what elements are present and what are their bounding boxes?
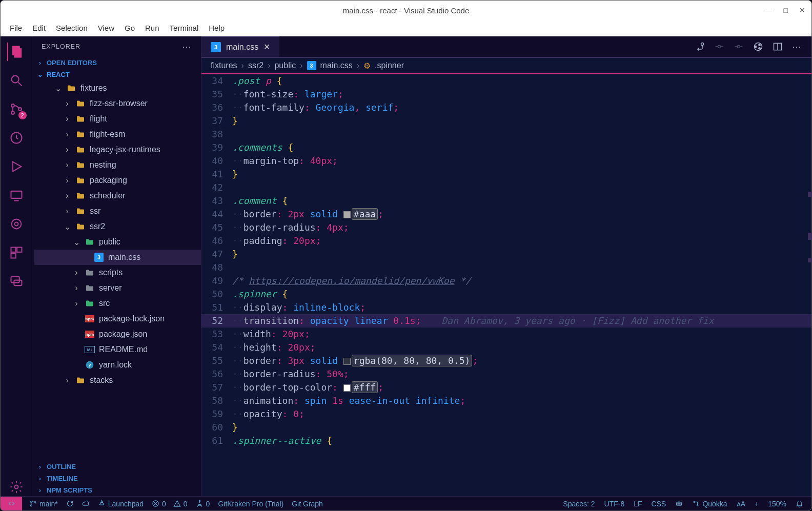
code-line[interactable]: 51··display: inline-block; xyxy=(201,301,811,314)
code-line[interactable]: 52··transition: opacity linear 0.1s;Dan … xyxy=(201,314,811,328)
status-gitgraph[interactable]: Git Graph xyxy=(292,500,323,508)
code-line[interactable]: 43.comment { xyxy=(201,194,811,208)
folder-item[interactable]: ›stacks xyxy=(34,373,201,388)
tab-close-icon[interactable]: ✕ xyxy=(263,42,270,52)
folder-item[interactable]: ⌄public xyxy=(34,234,201,250)
file-item[interactable]: M↓README.md xyxy=(34,342,201,357)
breadcrumb-item[interactable]: ssr2 xyxy=(248,61,263,70)
minimap[interactable] xyxy=(805,38,812,371)
folder-item[interactable]: ›src xyxy=(34,296,201,311)
explorer-icon[interactable] xyxy=(7,43,26,61)
remote-button[interactable] xyxy=(1,497,22,510)
code-line[interactable]: 57··border-top-color: #fff; xyxy=(201,381,811,394)
maximize-button[interactable]: □ xyxy=(784,6,788,14)
status-spaces[interactable]: Spaces: 2 xyxy=(563,500,595,508)
code-line[interactable]: 41} xyxy=(201,168,811,181)
folder-item[interactable]: ›packaging xyxy=(34,173,201,188)
code-line[interactable]: 53··width: 20px; xyxy=(201,328,811,341)
close-button[interactable]: ✕ xyxy=(799,6,805,14)
root-section[interactable]: ⌄REACT xyxy=(32,69,201,80)
code-line[interactable]: 42 xyxy=(201,181,811,194)
status-zoom[interactable]: 150% xyxy=(768,500,786,508)
status-branch[interactable]: main* xyxy=(29,500,58,508)
file-item[interactable]: npmpackage-lock.json xyxy=(34,311,201,326)
code-line[interactable]: 61.spinner--active { xyxy=(201,434,811,447)
code-line[interactable]: 44··border: 2px solid #aaa; xyxy=(201,208,811,221)
code-line[interactable]: 46··padding: 20px; xyxy=(201,234,811,248)
folder-item[interactable]: ›nesting xyxy=(34,157,201,173)
code-line[interactable]: 58··animation: spin 1s ease-in-out infin… xyxy=(201,394,811,407)
folder-item[interactable]: ›ssr xyxy=(34,203,201,219)
explorer-more-icon[interactable]: ⋯ xyxy=(182,41,192,52)
extensions-icon[interactable] xyxy=(7,243,26,262)
folder-item[interactable]: ⌄fixtures xyxy=(34,80,201,96)
status-copilot-icon[interactable] xyxy=(675,500,683,507)
code-line[interactable]: 38 xyxy=(201,128,811,141)
folder-item[interactable]: ›flight-esm xyxy=(34,127,201,142)
menu-file[interactable]: File xyxy=(5,22,27,34)
menu-go[interactable]: Go xyxy=(119,22,140,34)
code-line[interactable]: 36··font-family: Georgia, serif; xyxy=(201,101,811,114)
npm-scripts-section[interactable]: ›NPM SCRIPTS xyxy=(32,484,201,496)
tab-main-css[interactable]: 3 main.css ✕ xyxy=(201,36,279,57)
file-item[interactable]: yyarn.lock xyxy=(34,357,201,373)
breadcrumb-item[interactable]: fixtures xyxy=(211,61,237,70)
menu-terminal[interactable]: Terminal xyxy=(165,22,204,34)
status-quokka[interactable]: Quokka xyxy=(692,500,727,508)
timeline-ext-icon[interactable] xyxy=(7,129,26,147)
status-problems[interactable]: 0 0 xyxy=(152,500,187,508)
commit-next-icon[interactable] xyxy=(734,42,744,52)
status-encoding[interactable]: UTF-8 xyxy=(604,500,625,508)
split-editor-icon[interactable] xyxy=(773,42,783,52)
chat-icon[interactable] xyxy=(7,272,26,291)
status-bell-icon[interactable] xyxy=(796,500,803,507)
menu-help[interactable]: Help xyxy=(204,22,230,34)
open-editors-section[interactable]: ›OPEN EDITORS xyxy=(32,57,201,69)
settings-icon[interactable] xyxy=(7,478,26,496)
status-plus[interactable]: + xyxy=(755,500,759,508)
code-line[interactable]: 37} xyxy=(201,114,811,128)
timeline-section[interactable]: ›TIMELINE xyxy=(32,473,201,484)
file-item[interactable]: npmpackage.json xyxy=(34,326,201,342)
code-line[interactable]: 50.spinner { xyxy=(201,288,811,301)
editor-more-icon[interactable]: ⋯ xyxy=(792,41,801,52)
status-eol[interactable]: LF xyxy=(634,500,642,508)
folder-item[interactable]: ⌄ssr2 xyxy=(34,219,201,234)
code-line[interactable]: 47} xyxy=(201,248,811,261)
code-line[interactable]: 40··margin-top: 40px; xyxy=(201,154,811,168)
scm-icon[interactable]: 2 xyxy=(7,100,26,118)
menu-run[interactable]: Run xyxy=(140,22,165,34)
menu-view[interactable]: View xyxy=(93,22,119,34)
status-launchpad[interactable]: Launchpad xyxy=(98,500,144,508)
code-line[interactable]: 48 xyxy=(201,261,811,274)
search-icon[interactable] xyxy=(7,71,26,90)
code-line[interactable]: 59··opacity: 0; xyxy=(201,407,811,421)
folder-item[interactable]: ›server xyxy=(34,280,201,296)
status-sync[interactable] xyxy=(66,500,74,507)
menu-selection[interactable]: Selection xyxy=(51,22,93,34)
code-line[interactable]: 54··height: 20px; xyxy=(201,341,811,354)
status-lang[interactable]: CSS xyxy=(652,500,666,508)
status-ports[interactable]: 0 xyxy=(196,500,210,508)
gitlens-icon[interactable] xyxy=(7,215,26,233)
debug-icon[interactable] xyxy=(7,157,26,176)
minimize-button[interactable]: — xyxy=(765,6,773,14)
git-compare-left-icon[interactable] xyxy=(695,42,705,52)
code-line[interactable]: 60} xyxy=(201,421,811,434)
git-graph-icon[interactable] xyxy=(753,42,763,52)
file-item[interactable]: 3main.css xyxy=(34,250,201,265)
code-line[interactable]: 39.comments { xyxy=(201,141,811,154)
remote-explorer-icon[interactable] xyxy=(7,186,26,205)
menu-edit[interactable]: Edit xyxy=(27,22,51,34)
code-line[interactable]: 34.post p { xyxy=(201,74,811,88)
breadcrumb-item[interactable]: main.css xyxy=(320,61,353,70)
folder-item[interactable]: ›scheduler xyxy=(34,188,201,203)
folder-item[interactable]: ›flight xyxy=(34,111,201,127)
code-line[interactable]: 56··border-radius: 50%; xyxy=(201,367,811,381)
commit-prev-icon[interactable] xyxy=(714,42,724,52)
code-line[interactable]: 45··border-radius: 4px; xyxy=(201,221,811,234)
code-line[interactable]: 55··border: 3px solid rgba(80, 80, 80, 0… xyxy=(201,354,811,367)
breadcrumb[interactable]: fixtures› ssr2› public› 3 main.css› ⚙ .s… xyxy=(201,58,811,74)
breadcrumb-item[interactable]: public xyxy=(274,61,296,70)
status-cloud[interactable] xyxy=(82,500,90,507)
